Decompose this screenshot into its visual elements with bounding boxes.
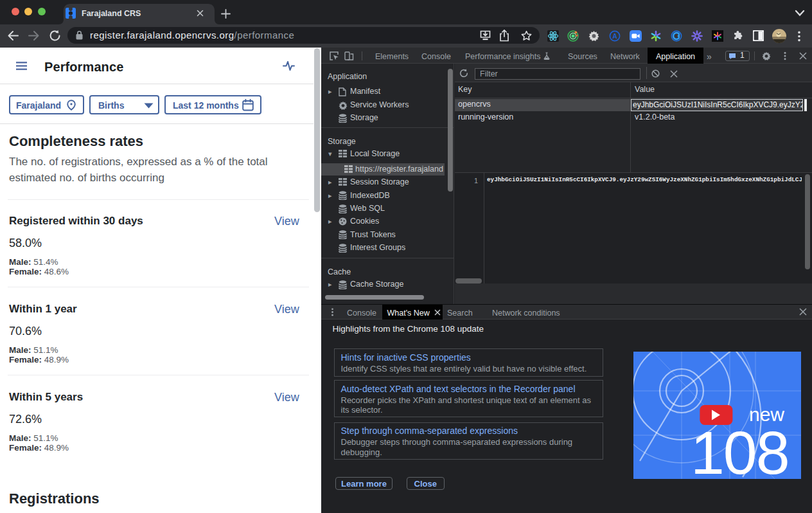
svg-text:108: 108: [691, 419, 789, 479]
svg-text:A: A: [612, 32, 617, 40]
